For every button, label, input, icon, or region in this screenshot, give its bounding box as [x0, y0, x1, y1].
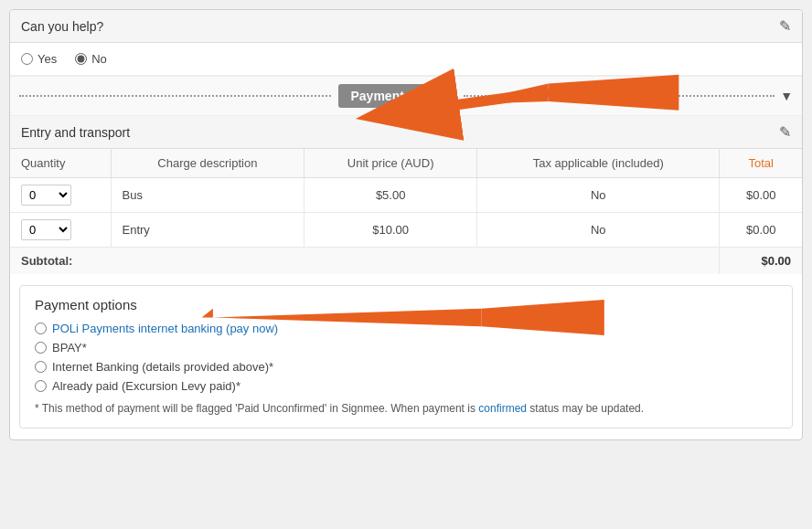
payment-note: * This method of payment will be flagged… [35, 400, 777, 417]
charge-description-header: Charge description [111, 149, 304, 178]
payment-radio-1[interactable] [35, 342, 47, 354]
description-cell: Entry [111, 213, 304, 248]
payment-options-section: Payment options POLi Payments internet b… [19, 285, 793, 428]
payment-option-2[interactable]: Internet Banking (details provided above… [35, 360, 777, 374]
tax-applicable-header: Tax applicable (included) [477, 149, 720, 178]
yes-radio[interactable] [21, 53, 33, 65]
payment-option-label-3: Already paid (Excursion Levy paid)* [52, 379, 240, 393]
yes-no-radio-group: Yes No [10, 43, 802, 76]
payment-radio-2[interactable] [35, 361, 47, 373]
chevron-down-icon[interactable]: ▼ [780, 89, 793, 103]
subtotal-value: $0.00 [720, 248, 802, 275]
payment-option-label-2: Internet Banking (details provided above… [52, 360, 273, 374]
entry-transport-edit-icon[interactable]: ✎ [779, 123, 791, 141]
tax-cell: No [477, 178, 720, 213]
quantity-cell: 012345 [10, 213, 111, 248]
entry-transport-title: Entry and transport [21, 125, 130, 140]
table-row: 012345Bus$5.00No$0.00 [10, 178, 802, 213]
dots-right [464, 95, 775, 97]
yes-option[interactable]: Yes [21, 52, 57, 66]
no-radio[interactable] [75, 53, 87, 65]
table-row: 012345Entry$10.00No$0.00 [10, 213, 802, 248]
transport-table: Quantity Charge description Unit price (… [10, 149, 802, 274]
unit-price-cell: $5.00 [304, 178, 477, 213]
unit-price-cell: $10.00 [304, 213, 477, 248]
payment-option-1[interactable]: BPAY* [35, 341, 777, 354]
payment-options-title: Payment options [35, 297, 777, 312]
payment-note-end: status may be updated. [529, 402, 644, 415]
payment-note-confirmed: confirmed [478, 402, 527, 415]
quantity-cell: 012345 [10, 178, 111, 213]
no-label: No [91, 52, 107, 66]
unit-price-header: Unit price (AUD) [304, 149, 477, 178]
total-header: Total [720, 149, 802, 178]
entry-transport-header: Entry and transport ✎ [10, 116, 802, 149]
can-you-help-section: Can you help? ✎ [10, 10, 802, 43]
subtotal-row: Subtotal: $0.00 [10, 248, 802, 275]
quantity-header: Quantity [10, 149, 111, 178]
no-option[interactable]: No [75, 52, 107, 66]
quantity-select-0[interactable]: 012345 [21, 185, 71, 206]
can-you-help-edit-icon[interactable]: ✎ [779, 17, 791, 35]
payment-radio-3[interactable] [35, 380, 47, 392]
payment-option-3[interactable]: Already paid (Excursion Levy paid)* [35, 379, 777, 393]
payment-radio-0[interactable] [35, 323, 47, 334]
quantity-select-1[interactable]: 012345 [21, 219, 71, 240]
description-cell: Bus [111, 178, 304, 213]
total-cell: $0.00 [720, 178, 802, 213]
yes-label: Yes [37, 52, 57, 66]
payment-note-text: * This method of payment will be flagged… [35, 402, 475, 415]
subtotal-label: Subtotal: [10, 248, 720, 275]
can-you-help-title: Can you help? [21, 19, 103, 34]
dots-left [19, 95, 331, 97]
payment-option-label-0: POLi Payments internet banking (pay now) [52, 322, 278, 335]
tax-cell: No [477, 213, 720, 248]
payments-form-divider: Payments form ▼ [10, 76, 802, 116]
total-cell: $0.00 [720, 213, 802, 248]
payment-option-label-1: BPAY* [52, 341, 87, 354]
table-header-row: Quantity Charge description Unit price (… [10, 149, 802, 178]
payments-form-badge: Payments form [338, 84, 456, 108]
payment-option-0[interactable]: POLi Payments internet banking (pay now) [35, 322, 777, 335]
